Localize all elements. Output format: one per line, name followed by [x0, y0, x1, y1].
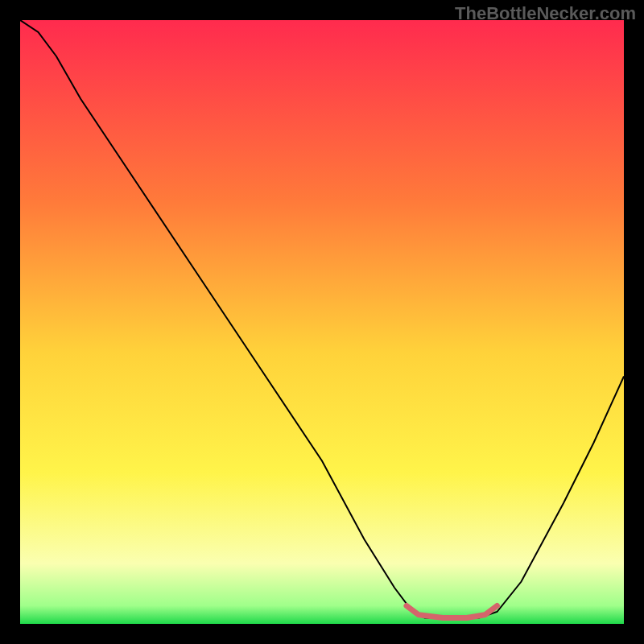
watermark-text: TheBottleNecker.com	[455, 3, 636, 24]
gradient-background	[20, 20, 624, 624]
chart-plot-area	[20, 20, 624, 624]
chart-svg	[20, 20, 624, 624]
